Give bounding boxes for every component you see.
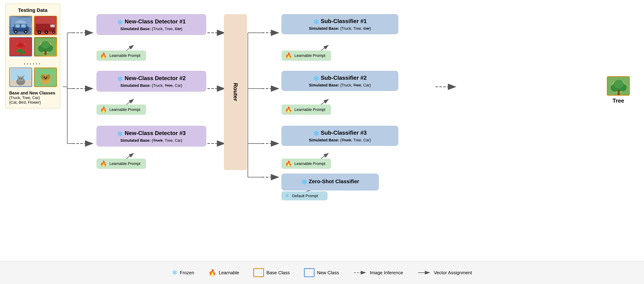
svg-point-92 xyxy=(614,80,624,88)
legend-learnable-label: Learnable xyxy=(219,270,239,275)
svg-point-36 xyxy=(15,31,17,33)
legend-blue-box xyxy=(304,268,314,277)
image-rose xyxy=(9,37,32,57)
legend-vector-assignment-label: Vector Assignment xyxy=(434,270,472,275)
rose-image xyxy=(10,38,32,56)
flame-icon-p1: 🔥 xyxy=(100,52,107,59)
legend-frozen: ❄ Frozen xyxy=(172,269,194,276)
tree-image-panel xyxy=(34,38,56,56)
image-truck xyxy=(34,16,57,35)
classifier-2: ❄ Sub-Classifier #2 Simulated Base: {Tru… xyxy=(282,71,398,91)
legend-flame-icon: 🔥 xyxy=(208,269,216,276)
image-dog xyxy=(34,68,57,87)
detector-3-title: New-Class Detector #3 xyxy=(124,130,186,136)
default-prompt: ❄ Default Prompt xyxy=(282,191,328,200)
main-container: Testing Data xyxy=(0,0,644,284)
svg-rect-45 xyxy=(50,25,55,27)
svg-point-85 xyxy=(44,78,46,79)
snowflake-icon-c2: ❄ xyxy=(313,74,319,83)
diagram-area: Testing Data xyxy=(0,0,644,261)
classifier-2-base: Simulated Base: {Truck, Tree, Car} xyxy=(286,83,393,88)
learnable-prompt-3: 🔥 Learnable Prompt xyxy=(96,159,146,169)
detector-1-base: Simulated Base: {Truck, Tree, Car} xyxy=(102,27,201,31)
svg-point-49 xyxy=(46,32,47,33)
tree-result-image xyxy=(607,76,630,96)
snowflake-icon-d2: ❄ xyxy=(117,75,123,83)
legend-bar: ❄ Frozen 🔥 Learnable Base Class New Clas… xyxy=(0,261,644,284)
detector-2-title: New-Class Detector #2 xyxy=(124,75,186,82)
svg-point-67 xyxy=(41,41,50,49)
testing-data-title: Testing Data xyxy=(9,8,56,13)
prompt-c3-label: Learnable Prompt xyxy=(294,161,325,166)
dashed-arrow-icon xyxy=(353,269,367,276)
legend-base-class: Base Class xyxy=(253,268,290,277)
learnable-prompt-1: 🔥 Learnable Prompt xyxy=(96,51,146,61)
svg-point-84 xyxy=(46,77,47,78)
classifier-1-title: Sub-Classifier #1 xyxy=(321,18,367,25)
classifier-1: ❄ Sub-Classifier #1 Simulated Base: {Tru… xyxy=(282,14,398,34)
learnable-prompt-2: 🔥 Learnable Prompt xyxy=(96,105,146,115)
classifier-2-title: Sub-Classifier #2 xyxy=(321,75,367,81)
zero-shot-title: Zero-Shot Classifier xyxy=(309,178,359,184)
svg-rect-40 xyxy=(21,24,26,28)
image-car xyxy=(9,16,32,35)
testing-data-panel: Testing Data xyxy=(5,4,60,109)
legend-new-class: New Class xyxy=(304,268,339,277)
new-classes-text: {Cat, Bird, Flower} xyxy=(9,100,56,105)
prompt-1-label: Learnable Prompt xyxy=(110,53,140,58)
image-tree-panel xyxy=(34,37,57,57)
router-label: Router xyxy=(232,83,239,101)
prompt-2-label: Learnable Prompt xyxy=(110,107,140,112)
prompt-3-label: Learnable Prompt xyxy=(110,161,140,166)
svg-point-73 xyxy=(18,76,24,82)
solid-arrow-icon xyxy=(417,269,432,276)
dog-image xyxy=(34,68,56,87)
legend-image-inference: Image Inference xyxy=(353,269,403,276)
legend-snowflake-icon: ❄ xyxy=(172,269,177,276)
detector-1-title: New-Class Detector #1 xyxy=(124,18,186,25)
default-prompt-label: Default Prompt xyxy=(292,194,318,198)
svg-rect-39 xyxy=(16,24,20,28)
cat-image xyxy=(10,68,32,87)
svg-point-51 xyxy=(53,32,54,33)
router-box: Router xyxy=(224,14,247,170)
zero-shot-classifier: ❄ Zero-Shot Classifier xyxy=(282,174,379,190)
flame-icon-c1: 🔥 xyxy=(285,52,292,59)
image-grid-2 xyxy=(9,68,56,87)
prompt-c1-label: Learnable Prompt xyxy=(294,53,325,58)
learnable-prompt-c1: 🔥 Learnable Prompt xyxy=(282,51,331,61)
svg-point-83 xyxy=(44,77,45,78)
snowflake-icon-c3: ❄ xyxy=(313,129,319,138)
svg-rect-42 xyxy=(36,24,50,32)
detector-3-base: Simulated Base: {Truck, Tree, Car} xyxy=(102,138,201,143)
svg-point-76 xyxy=(19,78,20,79)
classifier-3-title: Sub-Classifier #3 xyxy=(321,130,367,136)
flame-icon-p3: 🔥 xyxy=(100,160,107,167)
flame-icon-c3: 🔥 xyxy=(285,160,292,167)
detector-1: ❄ New-Class Detector #1 Simulated Base: … xyxy=(96,14,206,35)
classifier-1-base: Simulated Base: {Truck, Tree, Car} xyxy=(286,26,393,31)
car-image xyxy=(10,16,32,35)
image-grid xyxy=(9,16,56,57)
legend-learnable: 🔥 Learnable xyxy=(208,269,239,276)
image-cat xyxy=(9,68,32,87)
snowflake-icon-zs: ❄ xyxy=(301,178,307,186)
prompt-c2-label: Learnable Prompt xyxy=(294,107,325,112)
legend-vector-assignment: Vector Assignment xyxy=(417,269,472,276)
svg-point-77 xyxy=(21,78,22,79)
truck-image xyxy=(34,16,56,35)
legend-new-class-label: New Class xyxy=(317,270,339,275)
tree-result-label: Tree xyxy=(607,97,630,104)
detector-3: ❄ New-Class Detector #3 Simulated Base: … xyxy=(96,126,206,147)
classes-info: Base and New Classes {Truck, Tree, Car} … xyxy=(9,91,56,105)
legend-frozen-label: Frozen xyxy=(180,270,194,275)
legend-orange-box xyxy=(253,268,264,277)
detector-2: ❄ New-Class Detector #2 Simulated Base: … xyxy=(96,71,206,92)
svg-point-57 xyxy=(18,43,23,47)
snowflake-icon-dp: ❄ xyxy=(285,193,289,199)
dots-separator: ...... xyxy=(9,59,56,66)
legend-image-inference-label: Image Inference xyxy=(370,270,403,275)
snowflake-icon-d3: ❄ xyxy=(117,130,123,138)
classes-title: Base and New Classes xyxy=(9,91,56,96)
classifier-3-base: Simulated Base: {Truck, Tree, Car} xyxy=(286,138,393,142)
